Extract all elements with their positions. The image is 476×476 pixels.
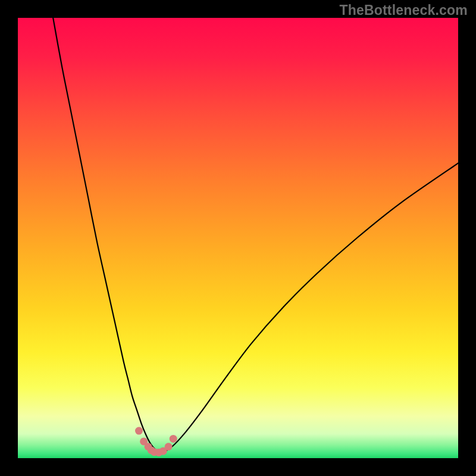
svg-point-1 xyxy=(135,427,143,435)
plot-area xyxy=(18,18,458,458)
watermark-text: TheBottleneck.com xyxy=(339,2,468,18)
bottleneck-curve xyxy=(18,18,458,458)
chart-stage: TheBottleneck.com xyxy=(0,0,476,476)
near-minimum-points xyxy=(135,427,177,456)
svg-point-8 xyxy=(165,443,173,450)
svg-point-9 xyxy=(170,435,177,443)
